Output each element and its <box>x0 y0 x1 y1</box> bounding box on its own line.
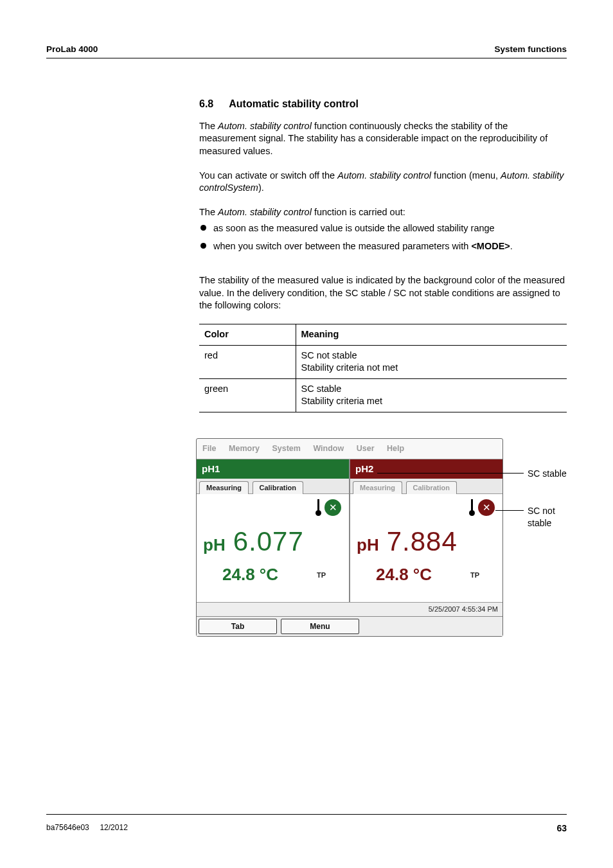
callout-sc-not-stable: SC not stable <box>528 505 567 529</box>
callout-line-not-stable <box>495 510 524 511</box>
tp-label-ph1: TP <box>317 571 326 580</box>
menu-user[interactable]: User <box>357 444 375 453</box>
page-header-left: ProLab 4000 <box>46 44 98 55</box>
cell-meaning: SC stable Stability criteria met <box>296 378 567 412</box>
reading-value: 6.077 <box>233 524 304 560</box>
footer-page: 63 <box>556 822 567 835</box>
probe-bad-icon: ✕ <box>477 498 496 517</box>
device-window: File Memory System Window User Help pH1 … <box>196 438 503 637</box>
callout-sc-stable: SC stable <box>528 468 567 480</box>
bullet-2: when you switch over between the measure… <box>199 240 567 253</box>
reading-unit: pH <box>203 534 226 556</box>
menu-file[interactable]: File <box>202 444 217 453</box>
tabs-ph1: Measuring Calibration <box>197 479 349 494</box>
paragraph-3: The Autom. stability control function is… <box>199 206 567 219</box>
thermometer-icon <box>315 499 321 516</box>
status-bar: 5/25/2007 4:55:34 PM <box>197 602 502 616</box>
menu-memory[interactable]: Memory <box>229 444 260 453</box>
th-color: Color <box>199 324 296 346</box>
table-row: red SC not stable Stability criteria not… <box>199 345 567 378</box>
bottom-buttons: Tab Menu <box>197 616 502 636</box>
panel-body-ph2: ✕ pH 7.884 24.8 °C TP <box>350 494 502 602</box>
paragraph-1: The Autom. stability control function co… <box>199 120 567 158</box>
tab-button[interactable]: Tab <box>199 619 277 634</box>
content: 6.8 Automatic stability control The Auto… <box>0 58 613 637</box>
reading-value: 7.884 <box>387 524 458 560</box>
menubar: File Memory System Window User Help <box>197 439 502 459</box>
menu-button[interactable]: Menu <box>281 619 359 634</box>
tab-calibration[interactable]: Calibration <box>406 481 457 494</box>
bullet2-before: when you switch over between the measure… <box>213 241 471 251</box>
section-number: 6.8 <box>199 97 213 111</box>
bullet2-strong: <MODE> <box>471 241 510 251</box>
color-meaning-table: Color Meaning red SC not stable Stabilit… <box>199 324 567 412</box>
tp-label-ph2: TP <box>470 571 479 580</box>
cell-color: red <box>199 345 296 378</box>
page-header-right: System functions <box>494 44 567 55</box>
bullet-list: as soon as the measured value is outside… <box>199 222 567 252</box>
panel-ph2: pH2 Measuring Calibration ✕ pH 7.884 <box>349 459 502 602</box>
reading-ph1: pH 6.077 <box>203 524 342 560</box>
p3-em1: Autom. stability control <box>218 207 312 217</box>
tab-measuring[interactable]: Measuring <box>353 481 402 494</box>
cell-meaning: SC not stable Stability criteria not met <box>296 345 567 378</box>
reading-unit: pH <box>357 534 379 556</box>
thermometer-icon <box>469 499 475 516</box>
bullet2-after: . <box>510 241 513 251</box>
section-heading: 6.8 Automatic stability control <box>199 97 567 111</box>
menu-window[interactable]: Window <box>313 444 344 453</box>
callout-line-stable <box>377 473 524 474</box>
temp-ph2: 24.8 °C <box>376 563 432 586</box>
menu-system[interactable]: System <box>272 444 300 453</box>
meaning-line2: Stability criteria not met <box>301 362 398 373</box>
panel-body-ph1: ✕ pH 6.077 24.8 °C TP <box>197 494 349 602</box>
menu-help[interactable]: Help <box>387 444 404 453</box>
th-meaning: Meaning <box>296 324 567 346</box>
p1-em1: Autom. stability control <box>218 121 312 131</box>
tab-calibration[interactable]: Calibration <box>253 481 303 494</box>
page-footer: ba75646e03 12/2012 63 <box>46 814 567 835</box>
panels: pH1 Measuring Calibration ✕ pH 6.077 <box>197 459 502 602</box>
meaning-line2: Stability criteria met <box>301 396 383 406</box>
panel-title-ph2: pH2 <box>350 459 502 479</box>
footer-doc: ba75646e03 <box>46 823 89 832</box>
cell-color: green <box>199 378 296 412</box>
panel-ph1: pH1 Measuring Calibration ✕ pH 6.077 <box>197 459 349 602</box>
tabs-ph2: Measuring Calibration <box>350 479 502 494</box>
probe-ok-icon: ✕ <box>323 498 342 517</box>
bullet-1: as soon as the measured value is outside… <box>199 222 567 235</box>
p3-before: The <box>199 207 218 217</box>
sensor-status-icon: ✕ <box>469 498 496 517</box>
device-screenshot: File Memory System Window User Help pH1 … <box>196 438 567 637</box>
tab-measuring[interactable]: Measuring <box>199 481 249 494</box>
p2-mid: function (menu, <box>431 170 501 181</box>
meaning-line1: SC stable <box>301 384 342 394</box>
sensor-status-icon: ✕ <box>315 498 342 517</box>
p2-em1: Autom. stability control <box>337 170 431 181</box>
table-row: green SC stable Stability criteria met <box>199 378 567 412</box>
meaning-line1: SC not stable <box>301 350 357 360</box>
p3-after: function is carried out: <box>312 207 405 217</box>
temp-ph1: 24.8 °C <box>222 563 278 586</box>
section-title: Automatic stability control <box>229 97 359 111</box>
p2-before: You can activate or switch off the <box>199 170 337 181</box>
reading-ph2: pH 7.884 <box>357 524 496 560</box>
paragraph-4: The stability of the measured value is i… <box>199 274 567 312</box>
footer-date: 12/2012 <box>100 823 127 832</box>
paragraph-2: You can activate or switch off the Autom… <box>199 170 567 195</box>
p1-before: The <box>199 121 218 131</box>
p2-after: ). <box>258 182 264 193</box>
panel-title-ph1: pH1 <box>197 459 349 479</box>
footer-left: ba75646e03 12/2012 <box>46 822 128 835</box>
